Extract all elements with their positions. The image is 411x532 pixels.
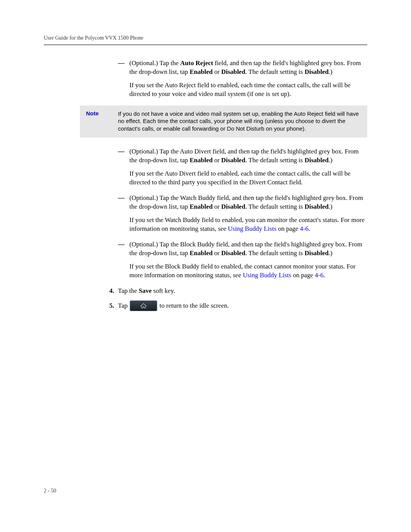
home-icon (140, 303, 147, 309)
sublist-para: If you set the Block Buddy field to enab… (129, 262, 367, 280)
note-label: Note (86, 110, 118, 133)
sublist-text: (Optional.) Tap the Auto Reject field, a… (129, 59, 367, 77)
content-area: — (Optional.) Tap the Auto Reject field,… (44, 59, 367, 311)
note-callout: Note If you do not have a voice and vide… (80, 105, 367, 138)
page-number: 2 - 50 (44, 488, 56, 494)
sublist-para: If you set the Auto Divert field to enab… (129, 169, 367, 187)
step-5: 5. Tap to return to the idle screen. (107, 300, 367, 311)
sublist-item-block-buddy: — (Optional.) Tap the Block Buddy field,… (118, 240, 367, 258)
link-using-buddy-lists[interactable]: Using Buddy Lists (243, 272, 292, 279)
link-page-ref[interactable]: 4-6 (315, 272, 323, 279)
step-4: 4. Tap the Save soft key. (107, 287, 367, 296)
link-using-buddy-lists[interactable]: Using Buddy Lists (228, 225, 277, 232)
note-text: If you do not have a voice and video mai… (118, 110, 361, 133)
step-number: 4. (107, 287, 118, 295)
home-soft-key-button (130, 300, 157, 311)
page-header: User Guide for the Polycom VVX 1500 Phon… (44, 35, 367, 45)
dash-bullet: — (118, 147, 129, 165)
sublist-para: If you set the Auto Reject field to enab… (129, 81, 367, 99)
step-text: Tap the Save soft key. (118, 287, 367, 296)
sublist-item-auto-reject: — (Optional.) Tap the Auto Reject field,… (118, 59, 367, 77)
sublist-text: (Optional.) Tap the Auto Divert field, a… (129, 147, 367, 165)
step-text: Tap to return to the idle screen. (118, 300, 367, 311)
step-number: 5. (107, 302, 118, 310)
sublist-item-auto-divert: — (Optional.) Tap the Auto Divert field,… (118, 147, 367, 165)
sublist-item-watch-buddy: — (Optional.) Tap the Watch Buddy field,… (118, 194, 367, 211)
sublist-text: (Optional.) Tap the Block Buddy field, a… (129, 240, 367, 258)
sublist-text: (Optional.) Tap the Watch Buddy field, a… (129, 194, 367, 211)
link-page-ref[interactable]: 4-6 (300, 225, 309, 232)
dash-bullet: — (118, 59, 129, 77)
dash-bullet: — (118, 240, 129, 258)
sublist-para: If you set the Watch Buddy field to enab… (129, 216, 367, 233)
dash-bullet: — (118, 194, 129, 211)
